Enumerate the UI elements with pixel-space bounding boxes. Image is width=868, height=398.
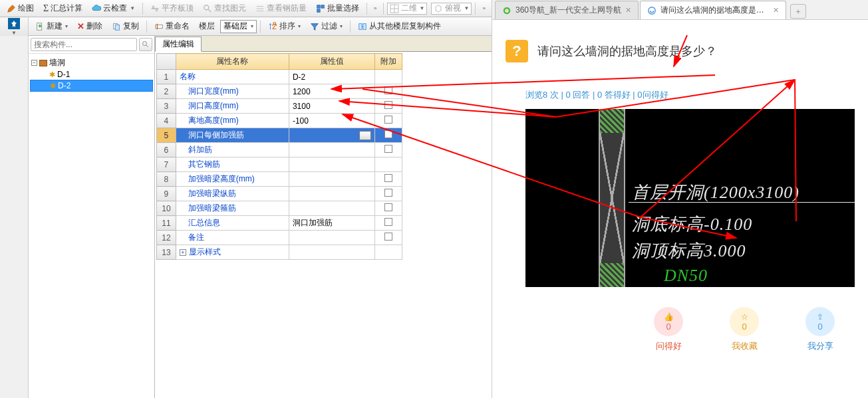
prop-value-cell[interactable] xyxy=(289,245,374,260)
table-row[interactable]: 5洞口每侧加强筋⋯ xyxy=(157,128,402,143)
browser-tab-2[interactable]: 请问这么墙洞的据地高度是多少？ ✕ xyxy=(640,1,786,19)
prop-extra-cell[interactable] xyxy=(374,143,402,157)
chevron-down-icon[interactable]: ▼ xyxy=(11,30,17,36)
table-row[interactable]: 2洞口宽度(mm)1200 xyxy=(157,84,402,99)
checkbox[interactable] xyxy=(384,101,392,109)
sort-button[interactable]: AZ 排序 ▾ xyxy=(264,19,305,34)
ellipsis-button[interactable]: ⋯ xyxy=(359,131,371,140)
hdr-name[interactable]: 属性名称 xyxy=(176,54,289,70)
checkbox[interactable] xyxy=(384,203,392,211)
prop-extra-cell[interactable] xyxy=(374,128,402,143)
table-row[interactable]: 8加强暗梁高度(mm) xyxy=(157,172,402,187)
prop-name-cell[interactable]: 离地高度(mm) xyxy=(176,114,289,128)
prop-extra-cell[interactable] xyxy=(374,84,402,99)
prop-extra-cell[interactable] xyxy=(374,231,402,245)
prop-name-cell[interactable]: 斜加筋 xyxy=(176,143,289,157)
delete-button[interactable]: ✕ 删除 xyxy=(73,19,106,34)
table-row[interactable]: 4离地高度(mm)-100 xyxy=(157,114,402,128)
checkbox[interactable] xyxy=(384,189,392,197)
rebar-qty-button[interactable]: 查看钢筋量 xyxy=(251,1,311,16)
share-button[interactable]: ⇪0 我分享 xyxy=(805,307,835,352)
prop-name-cell[interactable]: 洞口高度(mm) xyxy=(176,99,289,114)
prop-value-cell[interactable] xyxy=(289,143,374,157)
tab-close-button[interactable]: ✕ xyxy=(625,6,631,15)
checkbox[interactable] xyxy=(384,116,392,124)
layer-combo[interactable]: 基础层 ▾ xyxy=(220,20,257,33)
browser-tab-1[interactable]: 360导航_新一代安全上网导航 ✕ xyxy=(495,1,639,19)
prop-value-cell[interactable] xyxy=(289,201,374,216)
draw-button[interactable]: 绘图 xyxy=(3,1,38,16)
prop-value-cell[interactable]: 1200 xyxy=(289,84,374,99)
prop-value-cell[interactable] xyxy=(289,172,374,187)
checkbox[interactable] xyxy=(384,174,392,182)
view-iso-combo[interactable]: 俯视 ▼ xyxy=(431,3,472,15)
pin-button[interactable] xyxy=(8,18,20,29)
tree-item-d1[interactable]: ✱ D-1 xyxy=(30,69,153,80)
prop-extra-cell[interactable] xyxy=(374,216,402,231)
view-2d-combo[interactable]: 二维 ▼ xyxy=(387,3,428,15)
collapse-icon[interactable]: − xyxy=(31,60,37,66)
hdr-extra[interactable]: 附加 xyxy=(374,54,402,70)
prop-name-cell[interactable]: 其它钢筋 xyxy=(176,157,289,172)
favorite-button[interactable]: ☆0 我收藏 xyxy=(730,307,759,352)
prop-extra-cell[interactable] xyxy=(374,99,402,114)
prop-value-cell[interactable]: 3100 xyxy=(289,99,374,114)
tree-item-d2[interactable]: ✱ D-2 xyxy=(30,80,153,92)
table-row[interactable]: 1名称D-2 xyxy=(157,70,402,84)
search-go-button[interactable] xyxy=(139,38,152,51)
sum-button[interactable]: Σ 汇总计算 xyxy=(39,1,86,16)
checkbox[interactable] xyxy=(384,86,392,94)
copy-from-floor-button[interactable]: 从其他楼层复制构件 xyxy=(354,19,445,34)
prop-value-cell[interactable]: D-2 xyxy=(289,70,374,84)
prop-name-cell[interactable]: 加强暗梁箍筋 xyxy=(176,201,289,216)
chevron-icon[interactable]: » xyxy=(480,4,488,13)
prop-extra-cell[interactable] xyxy=(374,114,402,128)
tree-root[interactable]: − 墙洞 xyxy=(30,56,153,69)
checkbox[interactable] xyxy=(384,130,392,138)
prop-name-cell[interactable]: +显示样式 xyxy=(176,245,289,260)
chevron-icon[interactable]: » xyxy=(371,4,379,13)
floor-button[interactable]: 楼层 xyxy=(195,19,219,34)
prop-value-cell[interactable]: -100 xyxy=(289,114,374,128)
expand-icon[interactable]: + xyxy=(180,249,186,256)
new-button[interactable]: 新建 ▾ xyxy=(31,19,72,34)
prop-extra-cell[interactable] xyxy=(374,201,402,216)
batch-select-button[interactable]: 批量选择 xyxy=(312,1,363,16)
search-input[interactable] xyxy=(31,38,137,51)
prop-extra-cell[interactable] xyxy=(374,187,402,201)
hdr-value[interactable]: 属性值 xyxy=(289,54,374,70)
prop-extra-cell[interactable] xyxy=(374,245,402,260)
table-row[interactable]: 6斜加筋 xyxy=(157,143,402,157)
prop-name-cell[interactable]: 加强暗梁纵筋 xyxy=(176,187,289,201)
table-row[interactable]: 3洞口高度(mm)3100 xyxy=(157,99,402,114)
good-question-button[interactable]: 👍0 问得好 xyxy=(654,307,683,352)
checkbox[interactable] xyxy=(384,218,392,226)
prop-extra-cell[interactable] xyxy=(374,70,402,84)
prop-value-cell[interactable] xyxy=(289,187,374,201)
checkbox[interactable] xyxy=(384,233,392,241)
prop-extra-cell[interactable] xyxy=(374,172,402,187)
filter-button[interactable]: 过滤 ▾ xyxy=(306,19,347,34)
table-row[interactable]: 12备注 xyxy=(157,231,402,245)
table-row[interactable]: 11汇总信息洞口加强筋 xyxy=(157,216,402,231)
tab-close-button[interactable]: ✕ xyxy=(773,6,779,15)
prop-value-cell[interactable] xyxy=(289,231,374,245)
table-row[interactable]: 7其它钢筋 xyxy=(157,157,402,172)
prop-name-cell[interactable]: 洞口每侧加强筋 xyxy=(176,128,289,143)
prop-name-cell[interactable]: 洞口宽度(mm) xyxy=(176,84,289,99)
property-tab[interactable]: 属性编辑 xyxy=(155,37,202,52)
copy-button[interactable]: 复制 xyxy=(108,19,143,34)
table-row[interactable]: 10加强暗梁箍筋 xyxy=(157,201,402,216)
prop-value-cell[interactable] xyxy=(289,157,374,172)
prop-name-cell[interactable]: 备注 xyxy=(176,231,289,245)
prop-value-cell[interactable]: 洞口加强筋 xyxy=(289,216,374,231)
table-row[interactable]: 9加强暗梁纵筋 xyxy=(157,187,402,201)
prop-name-cell[interactable]: 加强暗梁高度(mm) xyxy=(176,172,289,187)
find-element-button[interactable]: 查找图元 xyxy=(199,1,250,16)
left-dock-strip[interactable] xyxy=(0,36,29,398)
new-tab-button[interactable]: ＋ xyxy=(790,4,806,19)
cloud-check-button[interactable]: 云检查 ▼ xyxy=(88,1,139,16)
prop-name-cell[interactable]: 汇总信息 xyxy=(176,216,289,231)
prop-extra-cell[interactable] xyxy=(374,157,402,172)
prop-name-cell[interactable]: 名称 xyxy=(176,70,289,84)
